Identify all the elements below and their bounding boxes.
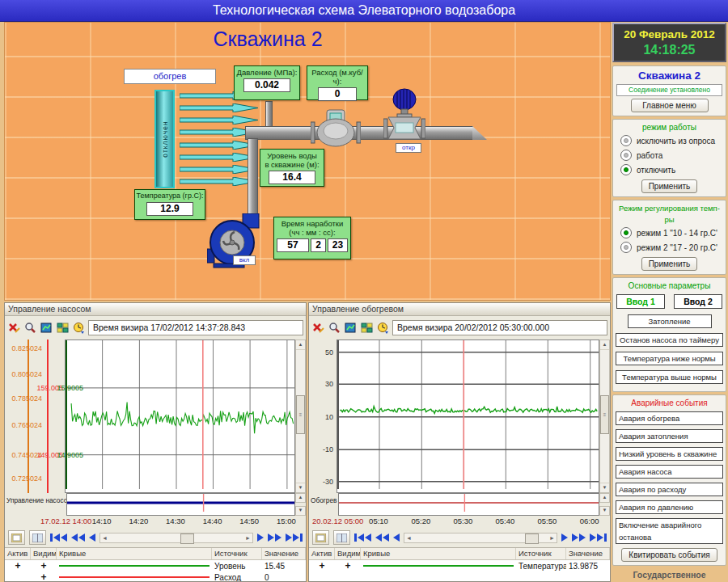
pane-title: Управление обогревом — [309, 303, 610, 316]
scroll-down-icon[interactable]: ▼ — [600, 483, 609, 492]
radio-temp-mode-2[interactable]: режим 2 "17 - 20 гр.С' — [616, 240, 723, 255]
curve-value: 0 — [262, 573, 306, 582]
vscroll-thumb[interactable]: ≡ — [296, 395, 305, 434]
digital-scrollbar[interactable]: ▲▼ — [295, 493, 306, 516]
curve-source: Температура — [516, 562, 566, 571]
delete-cursor-icon[interactable] — [7, 321, 21, 335]
date-display: 20 Февраль 2012 — [616, 27, 723, 42]
scroll-up-icon[interactable]: ▲ — [600, 340, 609, 350]
radio-temp-mode-1[interactable]: режим 1 "10 - 14 гр.С' — [616, 226, 723, 240]
scale-settings-icon[interactable] — [360, 321, 374, 335]
scroll-up-icon[interactable]: ▲ — [599, 493, 610, 503]
connection-status: Соединение установлено — [616, 84, 722, 96]
scroll-up-icon[interactable]: ▲ — [295, 493, 306, 503]
time-settings-icon[interactable] — [72, 321, 86, 335]
step-forward-icon[interactable] — [257, 534, 264, 542]
split-window-icon[interactable] — [29, 530, 46, 545]
split-window-icon[interactable] — [333, 530, 350, 545]
hscroll-thumb[interactable] — [180, 534, 194, 544]
fast-backward-icon[interactable] — [71, 534, 85, 542]
hscroll-thumb[interactable] — [525, 534, 539, 544]
scale-settings-icon[interactable] — [56, 321, 70, 335]
input1-button[interactable]: Ввод 1 — [616, 294, 665, 309]
heater-state-label: отключен — [161, 120, 169, 157]
radio-work[interactable]: работа — [616, 148, 723, 162]
window-title: Технологическая схема Элеваторного водоз… — [213, 3, 515, 18]
scroll-down-icon[interactable]: ▼ — [599, 506, 610, 516]
radio-exclude-from-poll[interactable]: исключить из опроса — [616, 133, 723, 148]
fast-forward-icon[interactable] — [572, 534, 586, 542]
radio-label: работа — [637, 151, 662, 160]
runtime-label-1: Время наработки — [274, 219, 350, 228]
digital-trace-row: Управление насосом ▲▼ — [5, 493, 306, 516]
skip-to-start-icon[interactable] — [50, 534, 67, 542]
chart-settings-icon[interactable] — [40, 321, 53, 335]
heater-icon[interactable]: отключен — [154, 90, 175, 188]
time-axis-tick: 15:00 — [264, 517, 309, 525]
vscroll-thumb[interactable]: ≡ — [600, 395, 609, 434]
radio-switch-off[interactable]: отключить — [616, 162, 723, 177]
value-axis-line — [28, 340, 29, 493]
delete-cursor-icon[interactable] — [311, 321, 325, 335]
curve-active-toggle[interactable]: + — [5, 560, 31, 571]
horizontal-scrollbar[interactable]: ◄► — [404, 533, 557, 543]
time-settings-icon[interactable] — [376, 321, 390, 335]
digital-scrollbar[interactable]: ▲▼ — [599, 493, 610, 516]
zoom-icon[interactable] — [23, 321, 37, 335]
alarm-indicator: Включение аварийного останова — [616, 518, 723, 544]
curves-legend: АктивВидимКривыеИсточникЗначение ++Темпе… — [309, 547, 610, 581]
heater-caption: обогрев — [124, 69, 216, 84]
digital-trace-row: Обогрев ▲▼ — [309, 493, 610, 516]
curve-visible-toggle[interactable]: + — [335, 560, 361, 571]
heater-trend-window: Управление обогревом Время визира 20/02/… — [308, 302, 611, 582]
temp-mode-title: Режим регулирования темп-ры — [616, 203, 723, 226]
input2-button[interactable]: Ввод 2 — [674, 294, 722, 309]
skip-to-start-icon[interactable] — [354, 534, 371, 542]
scroll-up-icon[interactable]: ▲ — [296, 340, 305, 350]
fast-backward-icon[interactable] — [375, 534, 389, 542]
step-forward-icon[interactable] — [561, 534, 568, 542]
vertical-scrollbar[interactable]: ▲ ≡ ▼ — [295, 340, 306, 493]
step-backward-icon[interactable] — [89, 534, 95, 542]
step-backward-icon[interactable] — [393, 534, 400, 542]
new-window-icon[interactable] — [8, 530, 25, 545]
chart-settings-icon[interactable] — [344, 321, 358, 335]
cursor-time-field: Время визира 17/02/2012 14:37:28.843 — [88, 320, 303, 335]
curve-visible-toggle[interactable]: + — [31, 560, 57, 571]
y-axis-gutter — [5, 340, 65, 493]
zoom-icon[interactable] — [328, 321, 341, 335]
radio-label: режим 2 "17 - 20 гр.С' — [637, 243, 717, 252]
radio-icon — [620, 150, 632, 161]
digital-trace-label: Управление насосом — [5, 493, 66, 516]
ack-events-button[interactable]: Квитировать события — [621, 548, 717, 562]
new-window-icon[interactable] — [312, 530, 329, 545]
process-schematic: Скважина 2 обогрев отключен — [4, 22, 611, 301]
plot-area[interactable] — [336, 340, 599, 493]
fast-forward-icon[interactable] — [268, 534, 281, 542]
curve-active-toggle[interactable]: + — [309, 560, 335, 571]
temp-mode-apply-button[interactable]: Применить — [641, 257, 698, 271]
cursor-time-text: Время визира 17/02/2012 14:37:28.843 — [93, 323, 245, 332]
temperature-value: 12.9 — [146, 202, 193, 216]
curve-color-line — [363, 565, 514, 567]
legend-row: ++Температура13.9875 — [309, 560, 610, 571]
curve-visible-toggle[interactable]: + — [31, 571, 57, 581]
valve-state-label: откр — [396, 143, 421, 153]
horizontal-scrollbar[interactable]: ◄► — [99, 533, 253, 543]
main-menu-button[interactable]: Главное меню — [631, 99, 709, 112]
valve-icon[interactable] — [383, 87, 425, 149]
skip-to-end-icon[interactable] — [590, 534, 607, 542]
legend-rows: ++Температура13.9875 — [309, 560, 610, 571]
vertical-scrollbar[interactable]: ▲ ≡ ▼ — [599, 340, 610, 493]
radio-icon — [620, 164, 632, 175]
flow-panel: Расход (м.куб/ч): 0 — [307, 65, 368, 100]
plot-region: ▲ ≡ ▼ 503010-10-30 — [309, 340, 610, 493]
time-display: 14:18:25 — [616, 42, 723, 57]
scroll-down-icon[interactable]: ▼ — [295, 506, 306, 516]
skip-to-end-icon[interactable] — [286, 534, 303, 542]
plot-area[interactable] — [65, 340, 295, 493]
radio-label: режим 1 "10 - 14 гр.С' — [637, 229, 717, 238]
work-mode-apply-button[interactable]: Применить — [641, 179, 698, 193]
runtime-panel: Время наработки (чч : мм : сс): 57 2 23 — [273, 217, 351, 259]
scroll-down-icon[interactable]: ▼ — [296, 483, 305, 492]
